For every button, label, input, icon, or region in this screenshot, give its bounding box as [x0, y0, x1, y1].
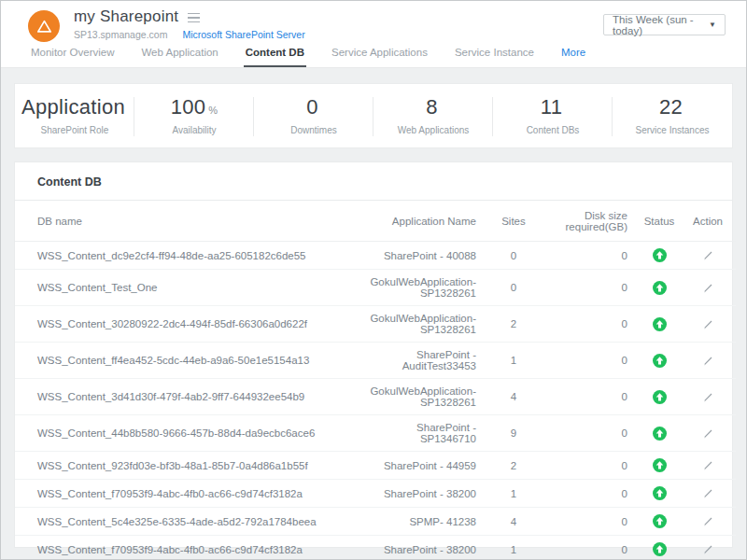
db-name-cell: WSS_Content_f70953f9-4abc-4fb0-ac66-c9d7…	[15, 480, 359, 508]
stat-availability: 100% Availability	[134, 84, 254, 147]
table-header-row: DB name Application Name Sites Disk size…	[15, 201, 736, 242]
column-header-sites: Sites	[487, 201, 540, 242]
edit-icon[interactable]	[702, 515, 714, 527]
content-area: Application SharePoint Role 100% Availab…	[1, 68, 746, 560]
db-name-cell: WSS_Content_f70953f9-4abc-4fb0-ac66-c9d7…	[15, 536, 359, 560]
sites-cell: 2	[487, 452, 540, 480]
sites-cell: 0	[487, 242, 540, 270]
table-row: WSS_Content_ff4ea452-5cdc-44eb-a9a6-50e1…	[15, 343, 736, 379]
status-cell	[639, 508, 680, 536]
edit-icon[interactable]	[702, 318, 714, 330]
sites-cell: 0	[487, 270, 540, 306]
summary-stats-card: Application SharePoint Role 100% Availab…	[14, 83, 733, 148]
disk-size-cell: 0	[540, 452, 639, 480]
edit-icon[interactable]	[702, 459, 714, 471]
disk-size-cell: 0	[540, 242, 639, 270]
disk-size-cell: 0	[540, 270, 639, 306]
disk-size-cell: 0	[540, 306, 639, 343]
stat-value: Application	[15, 95, 134, 119]
status-cell	[639, 379, 680, 415]
action-cell	[680, 306, 736, 343]
disk-size-cell: 0	[540, 508, 639, 536]
table-row: WSS_Content_44b8b580-9666-457b-88d4-da9e…	[15, 415, 736, 452]
edit-icon[interactable]	[702, 355, 714, 367]
tab-monitor-overview[interactable]: Monitor Overview	[29, 45, 116, 67]
page-title: my Sharepoint	[74, 7, 178, 26]
panel-title: Content DB	[15, 162, 732, 201]
action-cell	[680, 242, 736, 270]
action-cell	[680, 415, 736, 452]
db-name-cell: WSS_Content_dc9e2cf4-ff94-48de-aa25-6051…	[15, 242, 359, 270]
status-cell	[639, 480, 680, 508]
stat-label: Availability	[134, 125, 254, 135]
column-header-application-name: Application Name	[359, 201, 487, 242]
disk-size-cell: 0	[540, 379, 639, 415]
application-name-cell: SharePoint - 44959	[359, 452, 487, 480]
tab-more[interactable]: More	[559, 45, 587, 67]
db-name-cell: WSS_Content_Test_One	[15, 270, 359, 306]
edit-icon[interactable]	[702, 249, 714, 261]
action-cell	[680, 270, 736, 306]
content-db-panel: Content DB DB name Application Name Site…	[14, 161, 733, 548]
status-cell	[639, 306, 680, 343]
edit-icon[interactable]	[702, 282, 714, 294]
sites-cell: 1	[487, 480, 540, 508]
stat-label: Content DBs	[493, 125, 613, 135]
sites-cell: 4	[487, 379, 540, 415]
stat-label: Service Instances	[613, 125, 732, 135]
status-up-icon	[653, 486, 667, 500]
app-window: my Sharepoint SP13.spmanage.comMicrosoft…	[0, 0, 747, 560]
disk-size-cell: 0	[540, 415, 639, 452]
sites-cell: 1	[487, 343, 540, 379]
status-up-icon	[653, 390, 667, 404]
column-header-disk-size: Disk size required(GB)	[540, 201, 639, 242]
edit-icon[interactable]	[702, 487, 714, 499]
tab-content-db[interactable]: Content DB	[244, 45, 306, 67]
table-row: WSS_Content_f70953f9-4abc-4fb0-ac66-c9d7…	[15, 480, 736, 508]
tab-service-instance[interactable]: Service Instance	[453, 45, 536, 67]
hamburger-menu-icon[interactable]	[188, 11, 200, 23]
table-row: WSS_Content_f70953f9-4abc-4fb0-ac66-c9d7…	[15, 536, 736, 560]
action-cell	[680, 536, 736, 560]
edit-icon[interactable]	[702, 543, 714, 555]
sites-cell: 2	[487, 306, 540, 343]
monitor-type-icon	[28, 10, 60, 42]
tab-web-application[interactable]: Web Application	[139, 45, 219, 67]
status-up-icon	[653, 542, 667, 556]
db-name-cell: WSS_Content_3d41d30f-479f-4ab2-9ff7-6449…	[15, 379, 359, 415]
application-name-cell: SharePoint - 38200	[359, 480, 487, 508]
application-name-cell: SPMP- 41238	[359, 508, 487, 536]
title-block: my Sharepoint SP13.spmanage.comMicrosoft…	[74, 7, 305, 40]
edit-icon[interactable]	[702, 427, 714, 440]
status-cell	[639, 536, 680, 560]
status-cell	[639, 270, 680, 306]
db-name-cell: WSS_Content_ff4ea452-5cdc-44eb-a9a6-50e1…	[15, 343, 359, 379]
status-up-icon	[653, 427, 667, 441]
monitor-type-link[interactable]: Microsoft SharePoint Server	[182, 29, 304, 40]
db-name-cell: WSS_Content_5c4e325e-6335-4ade-a5d2-792a…	[15, 508, 359, 536]
column-header-action: Action	[680, 201, 736, 242]
tab-service-applications[interactable]: Service Applications	[330, 45, 430, 67]
column-header-db-name: DB name	[15, 201, 359, 242]
chevron-down-icon: ▼	[709, 21, 716, 29]
table-row: WSS_Content_dc9e2cf4-ff94-48de-aa25-6051…	[15, 242, 736, 270]
status-cell	[639, 415, 680, 452]
stat-downtimes: 0 Downtimes	[254, 84, 374, 147]
disk-size-cell: 0	[540, 480, 639, 508]
application-name-cell: SharePoint - SP1346710	[359, 415, 487, 452]
sites-cell: 9	[487, 415, 540, 452]
disk-size-cell: 0	[540, 536, 639, 560]
warning-triangle-icon	[36, 20, 52, 34]
action-cell	[680, 508, 736, 536]
sites-cell: 1	[487, 536, 540, 560]
status-up-icon	[653, 248, 667, 262]
edit-icon[interactable]	[702, 391, 714, 403]
date-range-dropdown[interactable]: This Week (sun - today) ▼	[603, 14, 726, 35]
disk-size-cell: 0	[540, 343, 639, 379]
host-name: SP13.spmanage.com	[74, 29, 167, 40]
status-up-icon	[653, 514, 667, 528]
status-up-icon	[653, 281, 667, 295]
application-name-cell: GokulWebApplication- SP1328261	[359, 270, 487, 306]
status-up-icon	[653, 354, 667, 368]
status-cell	[639, 343, 680, 379]
